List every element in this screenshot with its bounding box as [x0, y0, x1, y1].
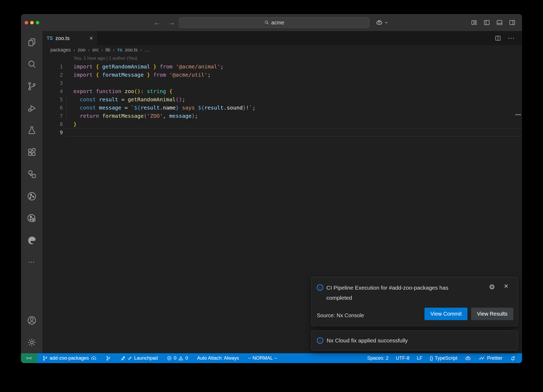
breadcrumb: packages › zoo › src › lib › TS zoo.ts ›…: [42, 45, 522, 54]
remote-indicator[interactable]: ><: [21, 353, 37, 363]
line-number: 8: [42, 121, 73, 127]
notification-message: CI Pipeline Execution for #add-zoo-packa…: [326, 283, 475, 303]
tab-close-icon[interactable]: ×: [89, 35, 93, 41]
breadcrumb-separator: ›: [140, 47, 142, 53]
indent-guide: [66, 95, 67, 120]
code-line-text: const message = `${result.name} says ${r…: [73, 104, 255, 111]
overview-ruler-mark: [515, 114, 521, 115]
view-results-button[interactable]: View Results: [471, 308, 513, 320]
toggle-panel-icon[interactable]: [496, 19, 503, 26]
code-line-text: }: [73, 121, 77, 127]
git-branch-icon: [42, 356, 48, 361]
run-debug-icon[interactable]: [21, 97, 42, 119]
more-actions-icon[interactable]: ⋯: [508, 34, 515, 42]
git-blame-annotation: You, 1 hour ago | 1 author (You): [42, 54, 522, 62]
customize-layout-icon[interactable]: [471, 19, 478, 26]
warning-count: 0: [185, 355, 188, 361]
view-commit-button[interactable]: View Commit: [424, 308, 467, 320]
code-line[interactable]: 6 const message = `${result.name} says $…: [42, 103, 522, 112]
explorer-icon[interactable]: [21, 31, 42, 53]
launchpad-item[interactable]: Launchpad: [120, 355, 158, 361]
minimize-window-button[interactable]: [30, 21, 34, 24]
current-line-highlight: [66, 128, 522, 136]
breadcrumb-separator: ›: [73, 47, 75, 53]
copilot-icon: [465, 355, 471, 361]
breadcrumb-item[interactable]: zoo.ts: [125, 47, 138, 53]
toggle-primary-sidebar-icon[interactable]: [483, 19, 490, 26]
breadcrumb-item[interactable]: packages: [50, 47, 71, 53]
code-line[interactable]: 8}: [42, 120, 522, 128]
back-button[interactable]: ←: [154, 19, 161, 27]
line-number: 3: [42, 80, 73, 86]
language-mode-item[interactable]: {} TypeScript: [430, 355, 457, 361]
copilot-status-item[interactable]: [465, 355, 471, 361]
search-value: acme: [271, 20, 284, 26]
split-editor-icon[interactable]: [494, 35, 501, 42]
prettier-item[interactable]: ✓✓ Prettier: [479, 355, 502, 361]
edge-browser-icon[interactable]: [21, 229, 42, 251]
auto-attach-item[interactable]: Auto Attach: Always: [197, 355, 239, 361]
bell-icon: [510, 355, 516, 361]
tab-label: zoo.ts: [55, 35, 69, 41]
breadcrumb-separator: ›: [113, 47, 115, 53]
code-line[interactable]: 1import { getRandomAnimal } from '@acme/…: [42, 62, 522, 71]
code-line[interactable]: 2import { formatMessage } from '@acme/ut…: [42, 71, 522, 79]
breadcrumb-item[interactable]: zoo: [78, 47, 85, 53]
code-line[interactable]: 7 return formatMessage('ZOO', message);: [42, 112, 522, 120]
tab-zoo-ts[interactable]: TS zoo.ts ×: [42, 31, 98, 45]
cloud-upload-icon: [91, 355, 97, 361]
breadcrumb-item[interactable]: …: [144, 47, 149, 53]
line-number: 2: [42, 72, 73, 78]
warning-icon: [178, 356, 183, 361]
pipeline-icon: [106, 356, 111, 361]
notification-close-icon[interactable]: ×: [504, 282, 508, 290]
info-icon: i: [317, 284, 323, 291]
notification-source: Source: Nx Console: [317, 312, 364, 319]
forward-button[interactable]: →: [168, 19, 175, 27]
close-window-button[interactable]: [25, 21, 28, 24]
nx-console-icon[interactable]: [21, 163, 42, 185]
encoding-item[interactable]: UTF-8: [396, 355, 409, 361]
code-line-text: import { getRandomAnimal } from '@acme/a…: [73, 63, 224, 70]
nx-cloud-icon[interactable]: [21, 185, 42, 207]
notification-toast-ci: i CI Pipeline Execution for #add-zoo-pac…: [311, 277, 518, 326]
ci-pipeline-item[interactable]: [106, 356, 111, 361]
line-number: 1: [42, 64, 73, 69]
breadcrumb-item[interactable]: src: [92, 47, 99, 53]
settings-gear-icon[interactable]: [21, 331, 42, 353]
typescript-file-icon: TS: [47, 36, 53, 41]
problems-item[interactable]: 0 0: [167, 355, 188, 361]
vscode-window: ← → acme: [21, 14, 522, 363]
code-lines: 1import { getRandomAnimal } from '@acme/…: [42, 62, 522, 136]
notification-settings-gear-icon[interactable]: ⚙: [489, 283, 495, 291]
source-control-icon[interactable]: [21, 75, 42, 97]
code-line[interactable]: 3: [42, 79, 522, 87]
indentation-item[interactable]: Spaces: 2: [367, 355, 388, 361]
typescript-file-icon: TS: [117, 48, 122, 52]
accounts-icon[interactable]: [21, 309, 42, 331]
command-center-search[interactable]: acme: [179, 17, 370, 28]
testing-icon[interactable]: [21, 119, 42, 141]
line-number: 4: [42, 88, 73, 94]
copilot-icon: [376, 19, 383, 26]
more-views-icon[interactable]: ⋯: [21, 251, 42, 273]
search-sidebar-icon[interactable]: [21, 53, 42, 75]
chevron-down-icon: [384, 21, 388, 24]
toggle-secondary-sidebar-icon[interactable]: [509, 19, 516, 26]
git-branch-item[interactable]: add-zoo-packages: [42, 355, 97, 361]
notifications-bell-item[interactable]: [510, 355, 516, 361]
rocket-icon: [120, 355, 126, 361]
pencil-icon: [128, 356, 132, 361]
vim-mode-item[interactable]: -- NORMAL --: [248, 355, 277, 361]
extensions-icon[interactable]: [21, 141, 42, 163]
copilot-menu-button[interactable]: [376, 14, 388, 31]
code-line[interactable]: 4export function zoo(): string {: [42, 87, 522, 95]
traffic-lights: [25, 14, 39, 31]
nx-cloud-search-icon[interactable]: [21, 207, 42, 229]
activity-bar: ⋯: [21, 31, 42, 353]
code-line[interactable]: 5 const result = getRandomAnimal();: [42, 95, 522, 103]
breadcrumb-item[interactable]: lib: [106, 47, 110, 53]
zoom-window-button[interactable]: [36, 21, 39, 24]
eol-item[interactable]: LF: [417, 355, 422, 361]
error-icon: [167, 356, 172, 361]
